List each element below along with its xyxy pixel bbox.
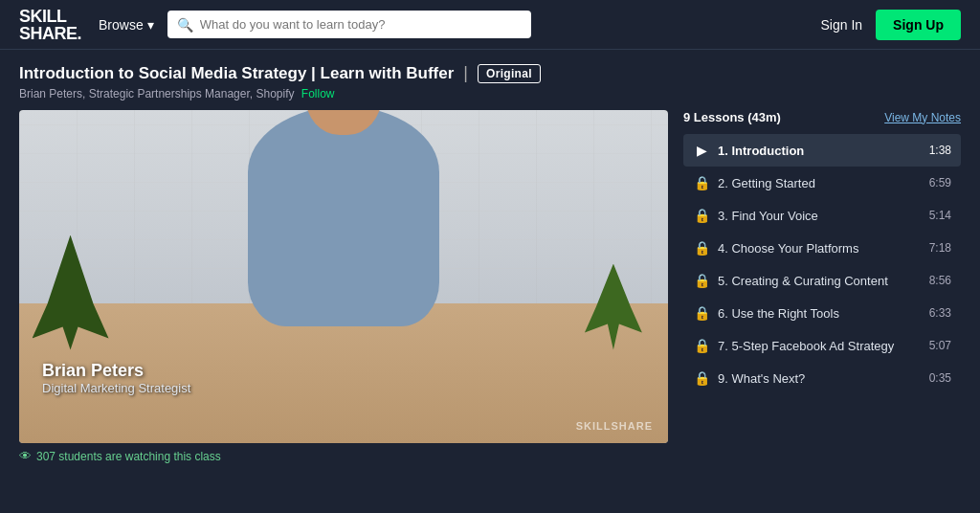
main-content: Introduction to Social Media Strategy | … (0, 50, 980, 463)
view-notes-link[interactable]: View My Notes (884, 111, 961, 124)
lesson-duration: 6:59 (929, 176, 951, 190)
lesson-duration: 1:38 (929, 144, 951, 157)
sign-up-button[interactable]: Sign Up (876, 10, 961, 40)
course-title: Introduction to Social Media Strategy | … (19, 64, 454, 83)
search-input[interactable] (167, 11, 531, 38)
skillshare-watermark: SKILLSHARE (576, 420, 653, 432)
lessons-count: 9 Lessons (43m) (683, 110, 781, 124)
lesson-duration: 6:33 (929, 306, 951, 320)
browse-label: Browse (99, 17, 144, 33)
pipe-divider: | (463, 63, 468, 83)
content-area: Brian Peters Digital Marketing Strategis… (19, 110, 961, 443)
video-container[interactable]: Brian Peters Digital Marketing Strategis… (19, 110, 668, 443)
search-icon: 🔍 (177, 17, 193, 33)
lesson-item[interactable]: ▶1. Introduction1:38 (683, 134, 961, 167)
lesson-item[interactable]: 🔒7. 5-Step Facebook Ad Strategy5:07 (683, 329, 961, 362)
lesson-title: 6. Use the Right Tools (718, 306, 922, 321)
lesson-duration: 0:35 (929, 371, 951, 385)
logo-text: SKILL SHARE. (19, 8, 81, 42)
sign-in-button[interactable]: Sign In (821, 17, 863, 33)
sidebar: 9 Lessons (43m) View My Notes ▶1. Introd… (683, 110, 961, 443)
follow-link[interactable]: Follow (301, 87, 335, 100)
lesson-item[interactable]: 🔒3. Find Your Voice5:14 (683, 199, 961, 232)
logo: SKILL SHARE. (19, 8, 81, 42)
search-bar: 🔍 (167, 11, 531, 38)
play-icon: ▶ (693, 143, 710, 158)
lock-icon: 🔒 (693, 370, 710, 386)
course-author: Brian Peters, Strategic Partnerships Man… (19, 87, 961, 100)
lesson-item[interactable]: 🔒2. Getting Started6:59 (683, 167, 961, 199)
lesson-title: 2. Getting Started (718, 176, 922, 190)
lesson-item[interactable]: 🔒6. Use the Right Tools6:33 (683, 297, 961, 329)
lesson-item[interactable]: 🔒9. What's Next?0:35 (683, 362, 961, 394)
chevron-down-icon: ▾ (147, 17, 154, 33)
video-overlay: Brian Peters Digital Marketing Strategis… (42, 361, 190, 395)
students-watching: 👁 307 students are watching this class (19, 449, 961, 463)
lock-icon: 🔒 (693, 273, 710, 288)
header-actions: Sign In Sign Up (821, 10, 961, 40)
sidebar-header: 9 Lessons (43m) View My Notes (683, 110, 961, 124)
eye-icon: 👁 (19, 449, 32, 463)
lesson-item[interactable]: 🔒4. Choose Your Platforms7:18 (683, 232, 961, 264)
lesson-duration: 5:07 (929, 339, 951, 352)
lesson-title: 4. Choose Your Platforms (718, 241, 922, 256)
person-body (248, 110, 439, 326)
lock-icon: 🔒 (693, 208, 710, 223)
lesson-duration: 8:56 (929, 274, 951, 287)
lesson-title: 9. What's Next? (718, 371, 922, 386)
lock-icon: 🔒 (693, 338, 710, 353)
lesson-duration: 5:14 (929, 209, 951, 222)
lesson-title: 1. Introduction (718, 144, 922, 158)
watching-count: 307 students are watching this class (36, 450, 221, 463)
lesson-title: 7. 5-Step Facebook Ad Strategy (718, 339, 922, 353)
header: SKILL SHARE. Browse ▾ 🔍 Sign In Sign Up (0, 0, 980, 50)
lesson-title: 3. Find Your Voice (718, 209, 922, 223)
original-badge: Original (478, 64, 541, 83)
lock-icon: 🔒 (693, 240, 710, 256)
lesson-title: 5. Creating & Curating Content (718, 274, 922, 288)
lock-icon: 🔒 (693, 175, 710, 190)
presenter-name: Brian Peters (42, 361, 190, 381)
lesson-list: ▶1. Introduction1:38🔒2. Getting Started6… (683, 134, 961, 394)
presenter-title: Digital Marketing Strategist (42, 381, 190, 395)
lesson-item[interactable]: 🔒5. Creating & Curating Content8:56 (683, 264, 961, 297)
course-title-row: Introduction to Social Media Strategy | … (19, 63, 961, 83)
lesson-duration: 7:18 (929, 241, 951, 255)
browse-button[interactable]: Browse ▾ (99, 17, 154, 33)
lock-icon: 🔒 (693, 305, 710, 321)
